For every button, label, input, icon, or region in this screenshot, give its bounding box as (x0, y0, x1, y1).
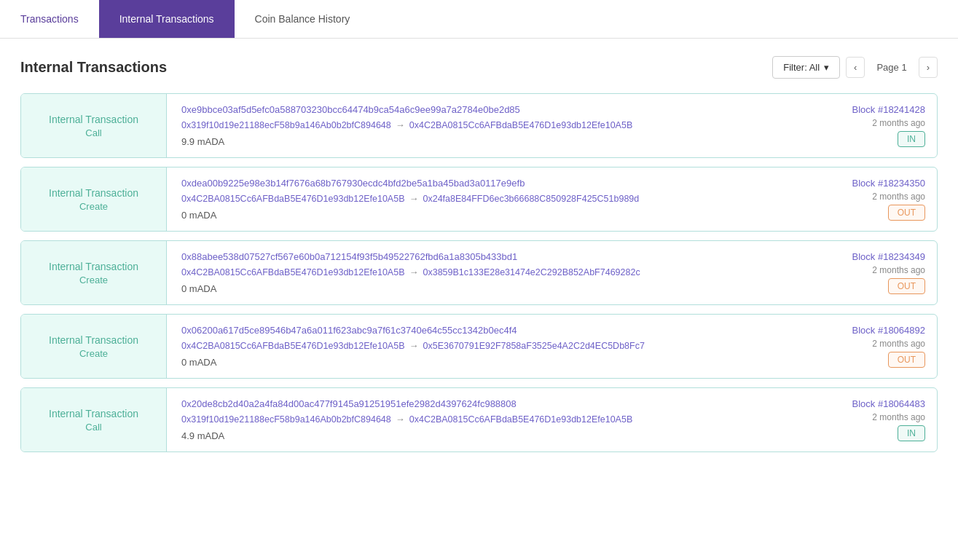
tx-details: 0xe9bbce03af5d5efc0a588703230bcc64474b9c… (167, 94, 820, 157)
tx-meta: Block #18064483 2 months ago IN (820, 388, 937, 451)
content-header: Internal Transactions Filter: All ▾ ‹ Pa… (20, 56, 938, 79)
page-wrapper: Transactions Internal Transactions Coin … (0, 0, 958, 560)
tx-arrow-icon: → (409, 193, 418, 204)
tx-type-label: Internal Transaction (49, 113, 138, 127)
tx-time: 2 months ago (872, 339, 925, 349)
tx-type-sub: Create (79, 348, 108, 359)
tx-from-address[interactable]: 0x4C2BA0815Cc6AFBdaB5E476D1e93db12Efe10A… (181, 341, 404, 351)
tx-amount: 0 mADA (181, 357, 806, 368)
tx-details: 0xdea00b9225e98e3b14f7676a68b767930ecdc4… (167, 167, 820, 231)
tx-time: 2 months ago (872, 118, 925, 128)
tx-hash-link[interactable]: 0x06200a617d5ce89546b47a6a011f623abc9a7f… (181, 325, 806, 336)
tx-type-block: Internal Transaction Call (21, 388, 167, 451)
tx-amount: 9.9 mADA (181, 136, 806, 147)
tx-from-address[interactable]: 0x4C2BA0815Cc6AFBdaB5E476D1e93db12Efe10A… (181, 194, 404, 204)
tx-direction-badge: OUT (888, 278, 925, 294)
tx-addresses: 0x4C2BA0815Cc6AFBdaB5E476D1e93db12Efe10A… (181, 267, 806, 277)
tx-arrow-icon: → (396, 119, 405, 130)
tx-addresses: 0x4C2BA0815Cc6AFBdaB5E476D1e93db12Efe10A… (181, 340, 806, 351)
tx-direction-badge: OUT (888, 205, 925, 221)
tx-from-address[interactable]: 0x4C2BA0815Cc6AFBdaB5E476D1e93db12Efe10A… (181, 267, 404, 277)
next-page-button[interactable]: › (919, 57, 938, 78)
tx-from-address[interactable]: 0x319f10d19e21188ecF58b9a146Ab0b2bfC8946… (181, 414, 391, 425)
tx-block-link[interactable]: Block #18064892 (852, 325, 925, 336)
filter-button[interactable]: Filter: All ▾ (772, 56, 840, 79)
tx-meta: Block #18234350 2 months ago OUT (820, 167, 937, 231)
tx-addresses: 0x4C2BA0815Cc6AFBdaB5E476D1e93db12Efe10A… (181, 193, 806, 204)
tx-arrow-icon: → (409, 340, 418, 351)
tx-amount: 0 mADA (181, 283, 806, 294)
tx-type-sub: Create (79, 201, 108, 212)
tx-block-link[interactable]: Block #18234350 (852, 178, 925, 189)
tab-coin-balance-history[interactable]: Coin Balance History (235, 0, 371, 38)
tx-type-label: Internal Transaction (49, 407, 138, 422)
transactions-list: Internal Transaction Call 0xe9bbce03af5d… (20, 93, 938, 452)
tx-direction-badge: IN (898, 425, 925, 441)
tx-addresses: 0x319f10d19e21188ecF58b9a146Ab0b2bfC8946… (181, 119, 806, 130)
tx-to-address[interactable]: 0x24fa8E84FFD6ec3b66688C850928F425C51b98… (423, 194, 639, 204)
tx-hash-link[interactable]: 0xe9bbce03af5d5efc0a588703230bcc64474b9c… (181, 104, 806, 115)
tx-amount: 4.9 mADA (181, 430, 806, 441)
tx-hash-link[interactable]: 0xdea00b9225e98e3b14f7676a68b767930ecdc4… (181, 178, 806, 189)
tx-type-label: Internal Transaction (49, 186, 138, 201)
tx-block-link[interactable]: Block #18064483 (852, 398, 925, 409)
tx-direction-badge: OUT (888, 352, 925, 368)
tx-type-sub: Call (85, 127, 101, 138)
tabs-bar: Transactions Internal Transactions Coin … (0, 0, 958, 39)
tx-meta: Block #18241428 2 months ago IN (820, 94, 937, 157)
tx-to-address[interactable]: 0x3859B1c133E28e31474e2C292B852AbF746928… (423, 267, 640, 277)
tx-hash-link[interactable]: 0x20de8cb2d40a2a4fa84d00ac477f9145a91251… (181, 398, 806, 409)
tx-type-block: Internal Transaction Create (21, 167, 167, 231)
prev-page-button[interactable]: ‹ (846, 57, 865, 78)
tx-hash-link[interactable]: 0x88abee538d07527cf567e60b0a712154f93f5b… (181, 251, 806, 262)
page-label: Page 1 (868, 58, 915, 77)
tx-card: Internal Transaction Call 0x20de8cb2d40a… (20, 387, 938, 452)
tx-meta: Block #18234349 2 months ago OUT (820, 241, 937, 304)
tx-type-block: Internal Transaction Create (21, 241, 167, 304)
tx-block-link[interactable]: Block #18241428 (852, 104, 925, 115)
tx-amount: 0 mADA (181, 210, 806, 221)
header-controls: Filter: All ▾ ‹ Page 1 › (772, 56, 938, 79)
tx-direction-badge: IN (898, 131, 925, 147)
filter-dropdown-icon: ▾ (824, 62, 829, 73)
tx-block-link[interactable]: Block #18234349 (852, 251, 925, 262)
tx-to-address[interactable]: 0x5E3670791E92F7858aF3525e4A2C2d4EC5Db8F… (423, 341, 644, 351)
tx-meta: Block #18064892 2 months ago OUT (820, 315, 937, 378)
tx-time: 2 months ago (872, 412, 925, 422)
filter-label: Filter: All (783, 62, 820, 73)
tx-to-address[interactable]: 0x4C2BA0815Cc6AFBdaB5E476D1e93db12Efe10A… (409, 120, 632, 130)
tx-arrow-icon: → (396, 414, 405, 425)
page-title: Internal Transactions (20, 59, 167, 76)
tx-type-label: Internal Transaction (49, 334, 138, 348)
tx-details: 0x06200a617d5ce89546b47a6a011f623abc9a7f… (167, 315, 820, 378)
tx-card: Internal Transaction Create 0x88abee538d… (20, 240, 938, 305)
tx-time: 2 months ago (872, 265, 925, 275)
main-content: Internal Transactions Filter: All ▾ ‹ Pa… (0, 39, 958, 478)
tx-type-block: Internal Transaction Create (21, 315, 167, 378)
tab-transactions[interactable]: Transactions (0, 0, 99, 38)
tx-type-sub: Call (85, 422, 101, 433)
tx-from-address[interactable]: 0x319f10d19e21188ecF58b9a146Ab0b2bfC8946… (181, 120, 391, 130)
tx-card: Internal Transaction Create 0xdea00b9225… (20, 167, 938, 232)
tx-details: 0x20de8cb2d40a2a4fa84d00ac477f9145a91251… (167, 388, 820, 451)
tab-internal-transactions[interactable]: Internal Transactions (99, 0, 235, 38)
tx-to-address[interactable]: 0x4C2BA0815Cc6AFBdaB5E476D1e93db12Efe10A… (409, 414, 632, 425)
tx-details: 0x88abee538d07527cf567e60b0a712154f93f5b… (167, 241, 820, 304)
tx-type-label: Internal Transaction (49, 260, 138, 275)
tx-type-block: Internal Transaction Call (21, 94, 167, 157)
tx-addresses: 0x319f10d19e21188ecF58b9a146Ab0b2bfC8946… (181, 414, 806, 425)
pagination: ‹ Page 1 › (846, 57, 938, 78)
tx-time: 2 months ago (872, 192, 925, 202)
tx-arrow-icon: → (409, 267, 418, 277)
tx-card: Internal Transaction Call 0xe9bbce03af5d… (20, 93, 938, 158)
tx-card: Internal Transaction Create 0x06200a617d… (20, 314, 938, 379)
tx-type-sub: Create (79, 275, 108, 285)
